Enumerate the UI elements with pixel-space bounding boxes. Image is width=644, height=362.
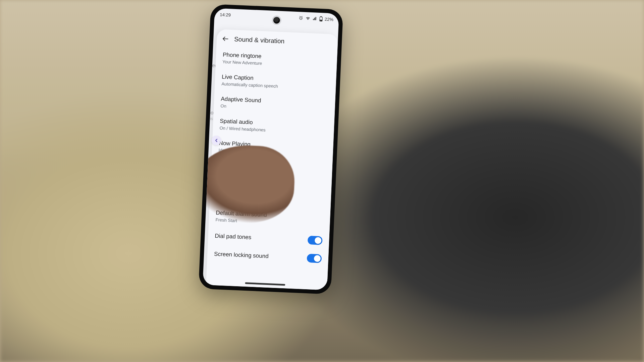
setting-subtitle: Automatically caption speech bbox=[221, 81, 278, 88]
toggle-screen-locking-sound[interactable] bbox=[307, 254, 322, 263]
setting-default-notification-sound[interactable]: Default notification sound Eureka bbox=[216, 157, 326, 209]
phone-frame: 14:29 22% bbox=[199, 4, 343, 294]
setting-subtitle: Identify songs playing nearby bbox=[218, 147, 275, 155]
settings-list[interactable]: Phone ringtone Your New Adventure Live C… bbox=[206, 47, 337, 290]
toggle-dial-pad-tones[interactable] bbox=[308, 236, 323, 245]
svg-line-4 bbox=[223, 39, 228, 39]
setting-title: Adaptive Sound bbox=[221, 96, 261, 104]
status-battery-text: 22% bbox=[325, 16, 334, 22]
signal-icon bbox=[313, 16, 318, 21]
settings-panel: Sound & vibration Phone ringtone Your Ne… bbox=[206, 29, 338, 290]
setting-subtitle: On / Wired headphones bbox=[219, 125, 266, 132]
phone-screen[interactable]: 14:29 22% bbox=[203, 8, 339, 290]
setting-title: Default alarm sound bbox=[216, 209, 267, 219]
setting-title: Screen locking sound bbox=[214, 251, 269, 260]
battery-icon bbox=[319, 16, 323, 21]
page-title: Sound & vibration bbox=[234, 36, 285, 45]
svg-rect-2 bbox=[321, 16, 322, 17]
alarm-icon bbox=[299, 15, 304, 20]
setting-title: Phone ringtone bbox=[223, 51, 263, 60]
back-button[interactable] bbox=[221, 35, 230, 43]
status-time: 14:29 bbox=[220, 12, 231, 17]
phone: 14:29 22% bbox=[199, 4, 343, 294]
setting-subtitle: On bbox=[220, 103, 261, 110]
setting-subtitle: Your New Adventure bbox=[222, 59, 262, 66]
arrow-left-icon bbox=[222, 35, 229, 43]
setting-title: Dial pad tones bbox=[215, 233, 251, 241]
setting-title: Spatial audio bbox=[220, 118, 266, 126]
setting-subtitle: Fresh Start bbox=[215, 217, 267, 225]
wifi-icon bbox=[305, 16, 311, 21]
svg-rect-3 bbox=[320, 20, 322, 21]
